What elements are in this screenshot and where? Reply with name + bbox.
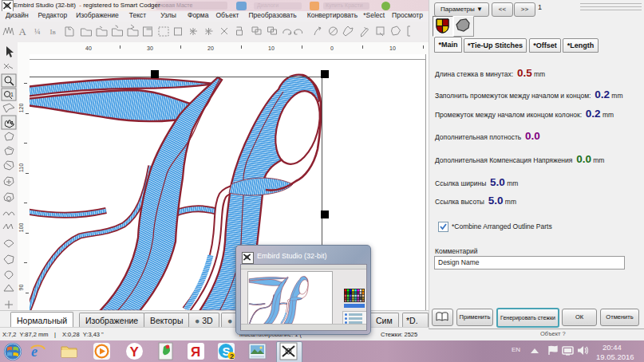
- svg-text:Я: Я: [191, 344, 200, 360]
- svg-text:2: 2: [230, 352, 234, 360]
- svg-text:A: A: [19, 26, 27, 37]
- svg-text:Y: Y: [130, 344, 140, 360]
- svg-text:¼: ¼: [34, 27, 41, 36]
- svg-text:Iʙ: Iʙ: [50, 28, 56, 36]
- svg-text:1: 1: [10, 92, 14, 97]
